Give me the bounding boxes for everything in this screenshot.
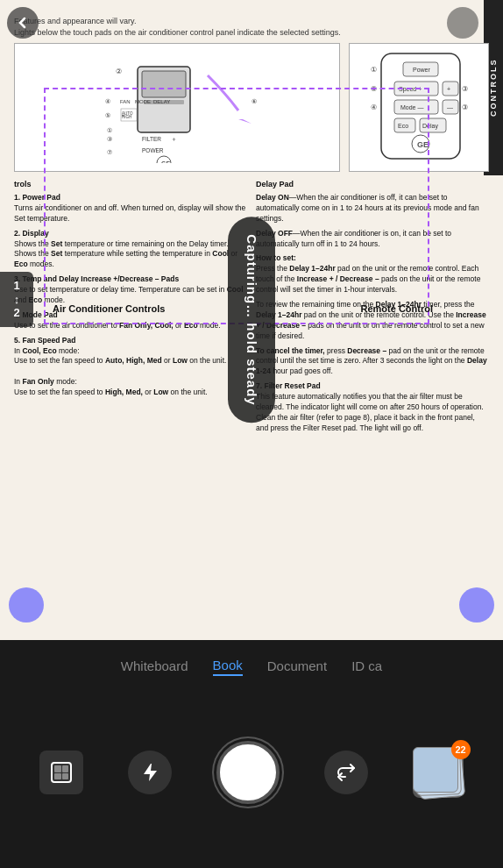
cancel-timer: To cancel the timer, press Decrease – pa… <box>256 346 489 378</box>
gallery-button[interactable] <box>39 751 83 794</box>
svg-text:③: ③ <box>462 85 468 93</box>
svg-text:GE: GE <box>161 160 170 163</box>
remote-diagram: Power Speed + + Mode — — Eco Delay <box>349 43 489 172</box>
svg-text:+: + <box>447 86 450 92</box>
svg-text:④: ④ <box>371 103 377 111</box>
svg-text:DELAY: DELAY <box>153 99 170 104</box>
svg-text:③: ③ <box>107 136 112 142</box>
flash-button[interactable] <box>128 751 172 794</box>
svg-text:＋: ＋ <box>171 136 177 142</box>
svg-text:Speed  +: Speed + <box>399 86 422 93</box>
svg-text:⑦: ⑦ <box>107 149 112 155</box>
svg-rect-1 <box>142 71 186 97</box>
tab-document[interactable]: Document <box>267 657 327 675</box>
svg-text:⑥: ⑥ <box>252 98 257 104</box>
svg-text:MODE: MODE <box>135 99 151 104</box>
bottom-toolbar: Whiteboard Book Document ID ca <box>0 640 503 868</box>
svg-text:③: ③ <box>462 103 468 111</box>
capturing-overlay: Capturing… hold steady <box>228 217 275 423</box>
svg-rect-46 <box>54 773 61 779</box>
svg-text:—: — <box>447 104 453 110</box>
svg-text:①: ① <box>107 127 112 133</box>
stack-preview[interactable]: 22 <box>413 747 464 798</box>
back-button[interactable] <box>7 7 39 39</box>
subtitle2: Lights below the touch pads on the air c… <box>14 27 489 39</box>
remote-control-section-label: Remote Control <box>361 302 434 316</box>
left-section-title: trols <box>14 179 247 190</box>
pad-item-2: 2. Display Shows the Set temperature or … <box>14 229 247 271</box>
page-num-1: 1 <box>4 279 29 293</box>
svg-text:Power: Power <box>413 67 431 73</box>
svg-text:⑤: ⑤ <box>105 112 110 118</box>
shutter-button[interactable] <box>216 741 280 804</box>
page-num-2: 2 <box>4 306 29 320</box>
camera-controls: 22 <box>0 685 503 868</box>
pad-item-3: 3. Temp and Delay Increase +/Decrease – … <box>14 274 247 306</box>
tab-idcard[interactable]: ID ca <box>351 657 382 675</box>
delay-off: Delay OFF—When the air conditioner is on… <box>256 229 489 250</box>
diagram-area: ② ④ ⑤ ⑥ ③ ⑦ ① FAN MODE DELAY AUTO HIGH ● <box>14 43 489 172</box>
filter-reset: 7. Filter Reset Pad This feature automat… <box>256 381 489 433</box>
stack-count-badge: 22 <box>451 740 471 759</box>
camera-view: CONTROLS Features and appearance will va… <box>0 0 503 640</box>
right-section-title: Delay Pad <box>256 179 489 190</box>
delay-on: Delay ON—When the air conditioner is off… <box>256 193 489 224</box>
svg-text:Delay: Delay <box>422 123 438 130</box>
svg-text:④: ④ <box>105 98 110 104</box>
page-arrows: ↕ <box>4 293 29 307</box>
nav-left-button[interactable] <box>9 587 44 623</box>
nav-right-button[interactable] <box>459 587 494 623</box>
svg-text:POWER: POWER <box>142 147 164 153</box>
svg-text:FAN: FAN <box>120 99 131 104</box>
tab-whiteboard[interactable]: Whiteboard <box>121 657 188 675</box>
capturing-text: Capturing… hold steady <box>243 234 260 405</box>
svg-text:Eco: Eco <box>398 123 408 129</box>
top-right-button[interactable] <box>447 7 478 39</box>
doc-header: Features and appearance will vary. Light… <box>14 16 489 38</box>
svg-rect-47 <box>62 765 68 772</box>
mode-tabs: Whiteboard Book Document ID ca <box>0 640 503 685</box>
svg-text:⑤: ⑤ <box>371 85 377 93</box>
pad-item-5: 5. Fan Speed Pad In Cool, Eco mode: Use … <box>14 336 247 398</box>
svg-rect-48 <box>62 773 68 779</box>
how-to-set: How to set: Press the Delay 1–24hr pad o… <box>256 253 489 295</box>
tab-book[interactable]: Book <box>213 656 243 676</box>
svg-text:GE: GE <box>417 140 429 149</box>
subtitle1: Features and appearance will vary. <box>14 16 489 27</box>
ac-diagram: ② ④ ⑤ ⑥ ③ ⑦ ① FAN MODE DELAY AUTO HIGH ● <box>14 43 340 172</box>
svg-text:FILTER: FILTER <box>142 136 161 142</box>
rotate-button[interactable] <box>324 751 368 794</box>
ac-controls-section-label: Air Conditioner Controls <box>53 302 165 316</box>
svg-rect-45 <box>54 765 61 772</box>
svg-text:①: ① <box>371 66 377 74</box>
pad-item-1: 1. Power Pad Turns air conditioner on an… <box>14 193 247 224</box>
svg-text:Mode  —: Mode — <box>400 104 423 110</box>
page-indicator: 1 ↕ 2 <box>0 272 33 327</box>
svg-text:②: ② <box>116 68 122 75</box>
